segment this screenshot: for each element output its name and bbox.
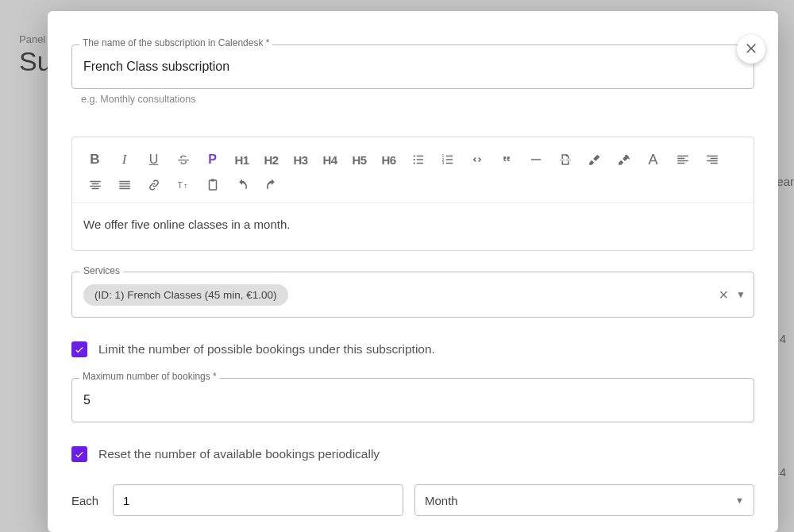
clear-format-button[interactable] [609, 147, 638, 172]
svg-point-2 [413, 162, 414, 164]
svg-rect-33 [210, 179, 214, 182]
limit-bookings-label: Limit the number of possible bookings un… [98, 342, 435, 357]
svg-rect-10 [445, 159, 452, 160]
quote-button[interactable] [491, 147, 521, 172]
svg-rect-3 [416, 156, 422, 157]
svg-rect-18 [707, 156, 718, 157]
h6-button[interactable]: H6 [374, 147, 403, 172]
redo-button[interactable] [256, 172, 286, 198]
svg-rect-28 [119, 186, 130, 187]
svg-point-0 [413, 155, 414, 156]
editor-toolbar: B I U P H1 H2 H3 H4 H5 H6 123 [72, 137, 754, 203]
description-editor: B I U P H1 H2 H3 H4 H5 H6 123 [71, 137, 754, 251]
text-size-button[interactable]: TT [168, 172, 198, 198]
svg-rect-5 [416, 163, 422, 164]
text-color-button[interactable]: A [638, 147, 668, 172]
svg-rect-11 [445, 163, 452, 164]
svg-rect-24 [90, 186, 101, 187]
svg-rect-15 [677, 158, 684, 160]
svg-rect-23 [91, 183, 98, 185]
underline-button[interactable]: U [139, 147, 168, 172]
svg-rect-32 [209, 180, 216, 190]
bold-button[interactable]: B [80, 147, 110, 172]
h2-button[interactable]: H2 [256, 147, 286, 172]
strikethrough-button[interactable] [168, 147, 198, 172]
close-icon [744, 40, 758, 59]
reset-bookings-label: Reset the number of available bookings p… [98, 447, 380, 461]
undo-button[interactable] [227, 172, 256, 198]
services-clear-icon[interactable]: × [719, 286, 728, 304]
subscription-dialog: The name of the subscription in Calendes… [48, 11, 778, 532]
subscription-name-field: The name of the subscription in Calendes… [71, 44, 754, 89]
clipboard-button[interactable] [198, 172, 227, 198]
italic-button[interactable]: I [110, 147, 139, 172]
svg-text:3: 3 [441, 160, 444, 165]
max-bookings-field: Maximum number of bookings * [71, 378, 754, 422]
each-value-input[interactable] [113, 484, 403, 516]
svg-rect-29 [119, 188, 130, 190]
svg-rect-17 [677, 163, 684, 164]
h4-button[interactable]: H4 [315, 147, 345, 172]
align-left-button[interactable] [668, 147, 697, 172]
subscription-name-input[interactable] [71, 44, 754, 89]
reset-bookings-checkbox[interactable] [71, 446, 87, 462]
align-justify-button[interactable] [110, 172, 139, 198]
svg-rect-12 [531, 159, 541, 160]
services-field[interactable]: Services (ID: 1) French Classes (45 min,… [71, 272, 754, 318]
svg-rect-9 [445, 156, 452, 157]
svg-text:T: T [177, 180, 183, 190]
highlight-button[interactable] [580, 147, 609, 172]
services-label: Services [80, 265, 123, 276]
subscription-name-helper: e.g. Monthly consultations [71, 94, 754, 105]
each-unit-select[interactable]: Month ▼ [414, 484, 754, 516]
ordered-list-button[interactable]: 123 [433, 147, 462, 172]
link-button[interactable] [139, 172, 168, 198]
chevron-down-icon: ▼ [735, 495, 744, 505]
paragraph-button[interactable]: P [198, 147, 227, 172]
svg-point-1 [413, 159, 414, 160]
max-bookings-input[interactable] [71, 378, 754, 422]
svg-rect-21 [710, 163, 717, 164]
h5-button[interactable]: H5 [345, 147, 374, 172]
svg-rect-26 [119, 181, 130, 183]
service-chip[interactable]: (ID: 1) French Classes (45 min, €1.00) [83, 284, 288, 306]
limit-bookings-checkbox[interactable] [71, 341, 87, 357]
svg-rect-22 [90, 181, 101, 183]
reset-bookings-row: Reset the number of available bookings p… [71, 446, 754, 462]
svg-rect-19 [710, 158, 717, 160]
page-break-button[interactable] [550, 147, 580, 172]
bullet-list-button[interactable] [403, 147, 433, 172]
each-label: Each [71, 494, 102, 507]
align-right-button[interactable] [697, 147, 727, 172]
editor-content[interactable]: We offer five online classes in a month. [72, 203, 754, 250]
subscription-name-label: The name of the subscription in Calendes… [79, 37, 272, 48]
check-icon [74, 449, 85, 460]
code-button[interactable] [462, 147, 491, 172]
svg-text:T: T [183, 183, 187, 189]
svg-rect-16 [677, 160, 688, 162]
hr-button[interactable] [521, 147, 550, 172]
align-center-button[interactable] [80, 172, 110, 198]
services-dropdown-icon[interactable]: ▼ [736, 289, 746, 300]
max-bookings-label: Maximum number of bookings * [79, 371, 220, 382]
limit-bookings-row: Limit the number of possible bookings un… [71, 341, 754, 357]
each-unit-value: Month [425, 494, 458, 507]
svg-rect-25 [91, 188, 98, 190]
h1-button[interactable]: H1 [227, 147, 256, 172]
svg-rect-4 [416, 159, 422, 160]
svg-rect-20 [707, 160, 718, 162]
svg-rect-14 [677, 156, 688, 157]
svg-rect-27 [119, 183, 130, 185]
each-row: Each Month ▼ [71, 484, 754, 516]
close-button[interactable] [737, 35, 765, 64]
check-icon [74, 344, 85, 355]
h3-button[interactable]: H3 [286, 147, 315, 172]
